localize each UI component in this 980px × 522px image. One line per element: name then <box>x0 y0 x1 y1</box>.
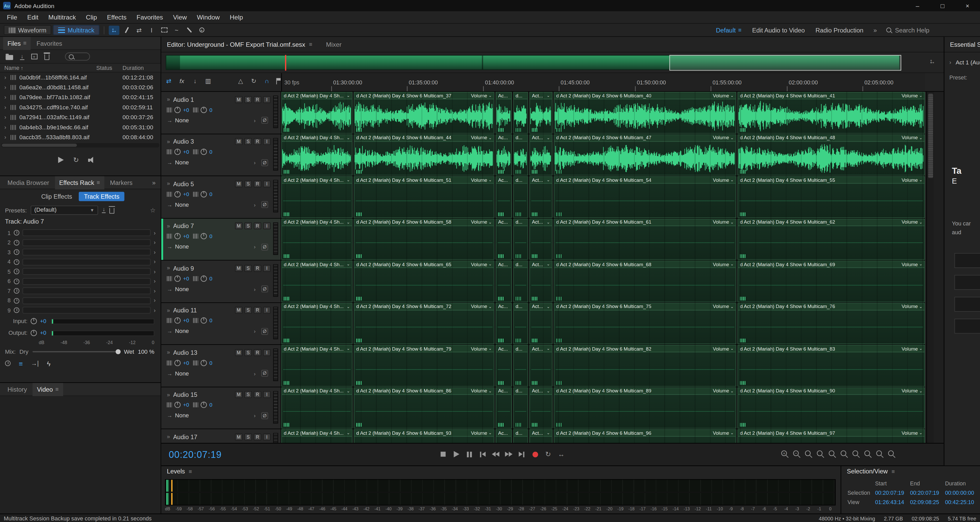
record-button[interactable] <box>531 450 539 459</box>
volume-knob[interactable] <box>174 402 181 408</box>
waveform-view-button[interactable]: Waveform <box>4 25 51 35</box>
clip-gain-icon[interactable] <box>740 254 746 258</box>
slot-arrow-icon[interactable]: › <box>154 268 156 275</box>
pan-knob[interactable] <box>200 317 207 324</box>
mute-button[interactable]: M <box>235 96 243 103</box>
fast-forward-button[interactable] <box>505 450 512 459</box>
clip-gain-icon[interactable] <box>516 128 522 132</box>
clip-volume-control[interactable]: Volume⌄ <box>902 135 923 141</box>
delete-icon[interactable] <box>44 54 49 60</box>
slot-arrow-icon[interactable]: › <box>154 298 156 304</box>
volume-value[interactable]: +0 <box>183 149 191 155</box>
audio-clip[interactable]: Act...⌄ <box>530 134 553 176</box>
clip-gain-icon[interactable] <box>498 423 504 427</box>
clip-header[interactable]: Act...⌄ <box>530 346 552 352</box>
clip-menu-control[interactable]: ⌄ <box>347 178 350 182</box>
volume-value[interactable]: +0 <box>183 359 191 366</box>
input-gain-value[interactable]: +0 <box>40 318 48 324</box>
volume-value[interactable]: +0 <box>183 191 191 197</box>
pan-value[interactable]: 0 <box>209 402 217 408</box>
audio-clip[interactable]: d Act 2 (Mariah) Day 4 Show 6 Multicam_3… <box>354 92 495 133</box>
audio-clip[interactable]: Ac... <box>496 387 512 428</box>
stop-button[interactable] <box>439 450 447 459</box>
pan-value[interactable]: 0 <box>209 106 217 113</box>
clip-gain-icon[interactable] <box>532 254 538 258</box>
audio-clip[interactable]: d Act 2 (Mariah) Day 4 Show 6 Multicam_9… <box>554 429 736 443</box>
clip-gain-icon[interactable] <box>498 339 504 342</box>
clip-menu-control[interactable]: ⌄ <box>347 135 350 140</box>
slot-arrow-icon[interactable]: › <box>154 278 156 284</box>
clip-header[interactable]: Act...⌄ <box>530 388 552 395</box>
mute-button[interactable]: M <box>235 265 243 271</box>
mute-button[interactable]: M <box>235 222 243 229</box>
clip-menu-control[interactable]: ⌄ <box>347 93 350 98</box>
spot-healing-tool-icon[interactable]: + <box>196 25 207 35</box>
audio-clip[interactable]: d Act 2 (Mariah) Day 4 Show 6 Multicam_4… <box>738 134 925 176</box>
audio-clip[interactable]: d... <box>513 429 528 443</box>
audio-clip[interactable]: d Act 2 (Mariah) Day 4 Show 6 Multicam_8… <box>554 387 736 428</box>
expand-chevron-icon[interactable]: › <box>5 105 8 111</box>
meters-icon[interactable]: ▥ <box>204 78 212 84</box>
marker-flag-icon[interactable] <box>276 78 281 84</box>
clip-volume-control[interactable]: Volume⌄ <box>902 219 923 225</box>
phase-invert-button[interactable]: Ø <box>261 328 268 335</box>
clip-gain-icon[interactable] <box>284 128 290 132</box>
clip-header[interactable]: d Act 2 (Mariah) Day 4 Show 6 Multicam_8… <box>554 346 736 352</box>
audio-clip[interactable]: d Act 2 (Mariah) Day 4 Show 6 Multicam_9… <box>738 429 925 443</box>
volume-value[interactable]: +0 <box>183 233 191 239</box>
clip-header[interactable]: Ac... <box>496 430 511 436</box>
phase-invert-button[interactable]: Ø <box>261 412 268 419</box>
phase-invert-button[interactable]: Ø <box>261 370 268 376</box>
fx-icon[interactable]: fx <box>178 78 186 84</box>
volume-value[interactable]: +0 <box>183 106 191 113</box>
clip-volume-control[interactable]: Volume⌄ <box>713 135 734 141</box>
slot-arrow-icon[interactable]: › <box>154 288 156 294</box>
panel-menu-icon[interactable]: ≡ <box>97 176 100 189</box>
clip-gain-icon[interactable] <box>516 296 522 300</box>
zoom-out-amplitude-icon[interactable] <box>817 450 822 456</box>
clip-header[interactable]: Ac... <box>496 135 511 141</box>
track-header-audio-5[interactable]: »Audio 5MSRI+00→None›Ø <box>161 176 282 217</box>
input-monitor-button[interactable]: I <box>263 349 271 356</box>
audio-clip[interactable]: d Act 2 (Mariah) Day 4 Show 6 Multicam_4… <box>354 134 495 176</box>
clip-volume-control[interactable]: Volume⌄ <box>471 177 492 183</box>
power-icon[interactable] <box>14 240 19 246</box>
skip-to-end-button[interactable] <box>518 450 526 459</box>
clip-gain-icon[interactable] <box>740 339 746 342</box>
overview-waveform-bar[interactable] <box>165 55 900 70</box>
input-monitor-button[interactable]: I <box>263 391 271 398</box>
play-button[interactable] <box>453 450 460 459</box>
clip-header[interactable]: d Act 2 (Mariah) Day 4 Sh...⌄ <box>282 430 352 436</box>
clip-gain-icon[interactable] <box>556 423 562 427</box>
clip-header[interactable]: d Act 2 (Mariah) Day 4 Show 6 Multicam_6… <box>738 261 924 268</box>
mix-slider-thumb[interactable] <box>116 349 121 354</box>
workspace-default-button[interactable]: Default ≡ <box>712 27 746 33</box>
solo-button[interactable]: S <box>245 391 252 398</box>
output-gain-value[interactable]: +0 <box>40 330 48 336</box>
pan-knob[interactable] <box>200 191 207 197</box>
timeline-ruler[interactable]: 30 fps 01:30:00:0001:35:00:0001:40:00:00… <box>282 73 925 91</box>
clip-header[interactable]: Ac... <box>496 261 511 268</box>
file-row[interactable]: ›0a79dee...bf77a1b.1082.aif00:02:41:15 <box>0 92 161 102</box>
end-value[interactable]: 00:20:07:19 <box>910 490 945 496</box>
clip-menu-control[interactable]: ⌄ <box>347 388 350 393</box>
mute-button[interactable]: M <box>235 391 243 398</box>
clip-header[interactable]: d Act 2 (Mariah) Day 4 Show 6 Multicam_6… <box>554 261 736 268</box>
menu-item-window[interactable]: Window <box>192 11 225 23</box>
clip-effects-button[interactable]: Clip Effects <box>37 191 77 201</box>
track-header-audio-11[interactable]: »Audio 11MSRI+00→None›Ø <box>161 303 282 344</box>
clip-menu-control[interactable]: ⌄ <box>547 135 550 140</box>
multitrack-view-button[interactable]: Multitrack <box>53 25 100 35</box>
input-monitor-button[interactable]: I <box>263 138 271 145</box>
track-header-audio-7[interactable]: »Audio 7MSRI+00→None›Ø <box>161 218 282 260</box>
insert-icon[interactable]: ↓ <box>191 78 199 84</box>
levels-tab[interactable]: Levels <box>167 468 185 475</box>
audio-clip[interactable]: Act...⌄ <box>530 260 553 302</box>
clip-header[interactable]: d Act 2 (Mariah) Day 4 Show 6 Multicam_5… <box>554 177 736 184</box>
audio-clip[interactable]: d Act 2 (Mariah) Day 4 Show 6 Multicam_4… <box>738 92 925 133</box>
clip-volume-control[interactable]: Volume⌄ <box>471 93 492 98</box>
clip-volume-control[interactable]: Volume⌄ <box>902 177 923 183</box>
clip-gain-icon[interactable] <box>532 423 538 427</box>
clip-menu-control[interactable]: ⌄ <box>547 346 550 351</box>
effect-slot-field[interactable] <box>22 287 151 294</box>
